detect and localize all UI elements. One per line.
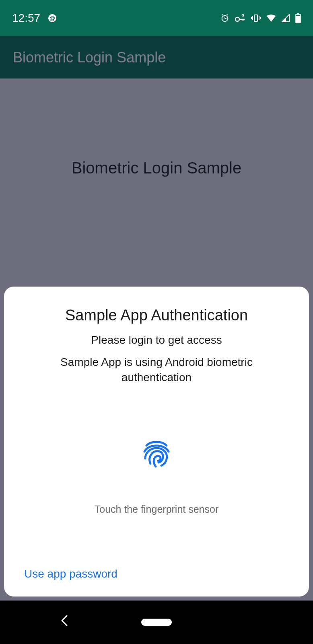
svg-point-7 [235, 17, 239, 21]
fingerprint-icon-container [24, 433, 289, 475]
dialog-description: Sample App is using Android biometric au… [24, 355, 289, 385]
home-handle[interactable] [141, 619, 172, 626]
wifi-icon [266, 14, 276, 22]
svg-line-5 [222, 14, 223, 15]
battery-icon [295, 13, 301, 23]
use-password-button[interactable]: Use app password [24, 568, 289, 580]
status-time: 12:57 [12, 12, 40, 25]
status-left: 12:57 @ [12, 12, 57, 25]
signal-icon [282, 14, 290, 22]
status-right: G [220, 13, 301, 23]
vpn-key-icon: G [235, 14, 245, 23]
svg-rect-18 [296, 16, 301, 23]
dialog-title: Sample App Authentication [24, 307, 289, 324]
navigation-bar [0, 601, 313, 644]
dialog-subtitle: Please login to get access [24, 334, 289, 347]
alarm-icon [220, 14, 229, 23]
svg-rect-11 [254, 15, 257, 21]
svg-text:G: G [241, 14, 244, 17]
back-button[interactable] [60, 614, 68, 630]
svg-text:@: @ [49, 15, 55, 21]
biometric-prompt-dialog: Sample App Authentication Please login t… [4, 287, 309, 597]
vibrate-icon [251, 14, 261, 22]
fingerprint-icon [136, 433, 177, 475]
status-bar: 12:57 @ G [0, 0, 313, 36]
fingerprint-hint: Touch the fingerprint sensor [24, 504, 289, 515]
at-notification-icon: @ [47, 13, 57, 23]
svg-line-6 [227, 14, 228, 15]
